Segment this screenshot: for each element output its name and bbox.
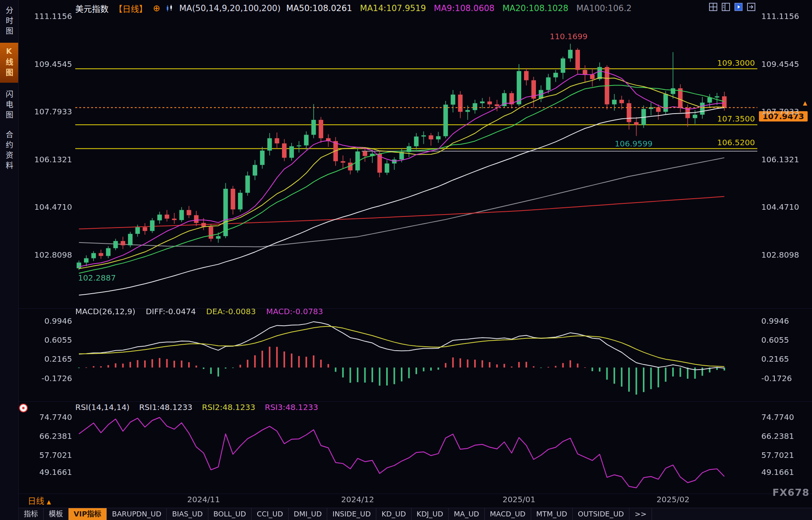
period-selector[interactable]: 日线▲	[28, 494, 51, 506]
ma-legend-ma20: MA20:108.1028	[502, 4, 568, 13]
period-selector-label: 日线	[28, 496, 44, 506]
main-y-label-left: 107.7933	[20, 107, 72, 116]
rsi-y-label-left: 49.1661	[20, 467, 72, 477]
x-axis-label: 2025/01	[495, 495, 543, 504]
main-y-label-left: 109.4545	[20, 59, 72, 69]
toolbar-tab-ma-ud[interactable]: MA_UD	[449, 508, 485, 520]
swing-low-start-label: 102.2887	[78, 273, 116, 283]
toolbar-tab-barupdn-ud[interactable]: BARUPDN_UD	[107, 508, 167, 520]
hline-price-label: 106.5200	[676, 138, 755, 147]
toolbar-tab-cci-ud[interactable]: CCI_UD	[252, 508, 288, 520]
main-y-label-left: 104.4710	[20, 202, 72, 212]
ma-legend-ma100: MA100:106.2	[576, 4, 632, 13]
macd-title: MACD(26,12,9)	[75, 307, 135, 316]
sidebar-item-label: 合约资料	[4, 131, 15, 172]
window-controls	[708, 2, 756, 12]
toolbar-tab-dmi-ud[interactable]: DMI_UD	[289, 508, 328, 520]
layout-export-icon[interactable]	[746, 2, 756, 12]
main-y-label-right: 102.8098	[761, 250, 799, 260]
rsi1-value: RSI1:48.1233	[139, 402, 193, 412]
toolbar-tab-kd-ud[interactable]: KD_UD	[376, 508, 412, 520]
sidebar-item-contract-info[interactable]: 合约资料	[0, 127, 18, 176]
toolbar-tab-indicators[interactable]: 指标	[19, 508, 44, 520]
rsi-header: RSI(14,14,14) RSI1:48.1233 RSI2:48.1233 …	[75, 402, 318, 412]
main-chart-canvas[interactable]	[75, 16, 757, 307]
layout-grid-icon[interactable]	[708, 2, 718, 12]
overlay-add-icon[interactable]: ⊕	[153, 4, 160, 12]
macd-panel-canvas[interactable]	[75, 317, 757, 400]
sidebar-item-label: 分时图	[4, 6, 15, 37]
main-y-label-right: 106.1321	[761, 155, 799, 164]
macd-y-label-right: -0.1726	[761, 374, 792, 383]
chart-header: 美元指数 【日线】 ⊕ MA(50,14,9,20,100,200) MA50:…	[75, 2, 632, 14]
rsi-y-label-right: 74.7740	[761, 412, 794, 422]
sidebar-item-timeshare-chart[interactable]: 分时图	[0, 2, 18, 41]
recent-low-label: 106.9599	[615, 139, 652, 148]
toolbar-tab-boll-ud[interactable]: BOLL_UD	[208, 508, 252, 520]
toolbar-tab-mtm-ud[interactable]: MTM_UD	[531, 508, 573, 520]
sidebar-item-lightning-chart[interactable]: 闪电图	[0, 86, 18, 125]
macd-y-label-right: 0.2165	[761, 354, 789, 364]
toolbar-tab-more[interactable]: >>	[629, 508, 652, 520]
main-y-label-right: 104.4710	[761, 202, 799, 212]
macd-dea-value: DEA:-0.0083	[206, 307, 256, 316]
main-y-label-right: 111.1156	[761, 11, 799, 21]
left-sidebar: 分时图 K线图 闪电图 合约资料	[0, 0, 19, 520]
toolbar-tab-inside-ud[interactable]: INSIDE_UD	[327, 508, 376, 520]
rsi3-value: RSI3:48.1233	[265, 402, 318, 412]
ma-legend: MA50:108.0261MA14:107.9519MA9:108.0608MA…	[286, 4, 631, 13]
period-tag: 【日线】	[114, 2, 147, 14]
macd-y-label-right: 0.9946	[761, 316, 789, 326]
rsi-y-label-left: 66.2381	[20, 431, 72, 441]
main-y-label-left: 111.1156	[20, 11, 72, 21]
current-price-tag: 107.9473	[759, 111, 808, 121]
toolbar-tab-templates[interactable]: 模板	[44, 508, 69, 520]
toolbar-tab-kdj-ud[interactable]: KDJ_UD	[412, 508, 449, 520]
rsi-title: RSI(14,14,14)	[75, 402, 130, 412]
kline-chart-icon[interactable]	[166, 4, 173, 12]
x-axis-label: 2024/12	[334, 495, 381, 504]
hline-price-label: 107.3500	[676, 114, 755, 123]
hline-price-label: 109.3000	[676, 58, 755, 68]
ma-legend-ma50: MA50:108.0261	[286, 4, 352, 13]
trading-terminal: 分时图 K线图 闪电图 合约资料 美元指数 【日线】 ⊕ MA(50,14,9,…	[0, 0, 812, 520]
main-y-label-right: 109.4545	[761, 59, 799, 69]
main-y-label-left: 106.1321	[20, 155, 72, 164]
toolbar-tab-vip-indicators[interactable]: VIP指标	[69, 508, 107, 520]
panel-divider	[18, 493, 812, 494]
macd-y-label-left: 0.2165	[20, 354, 72, 364]
rsi-panel-canvas[interactable]	[75, 414, 757, 493]
sidebar-item-label: 闪电图	[4, 90, 15, 121]
rsi-y-label-right: 66.2381	[761, 431, 794, 441]
toolbar-tab-outside-ud[interactable]: OUTSIDE_UD	[573, 508, 629, 520]
price-up-arrow-icon: ▲	[803, 100, 807, 106]
panel-divider	[18, 401, 812, 402]
main-y-label-left: 102.8098	[20, 250, 72, 260]
toolbar-tab-bias-ud[interactable]: BIAS_UD	[167, 508, 208, 520]
macd-header: MACD(26,12,9) DIFF:-0.0474 DEA:-0.0083 M…	[75, 306, 323, 317]
x-axis-label: 2025/02	[649, 495, 697, 504]
macd-y-label-left: -0.1726	[20, 374, 72, 383]
rsi-y-label-left: 74.7740	[20, 412, 72, 422]
macd-y-label-right: 0.6055	[761, 335, 789, 345]
macd-diff-value: DIFF:-0.0474	[146, 307, 196, 316]
toolbar-tab-macd-ud[interactable]: MACD_UD	[485, 508, 531, 520]
rsi-y-label-right: 49.1661	[761, 467, 794, 477]
watermark: FX678	[772, 487, 810, 498]
macd-y-label-left: 0.6055	[20, 335, 72, 345]
rsi2-value: RSI2:48.1233	[202, 402, 255, 412]
macd-macd-value: MACD:-0.0783	[266, 307, 323, 316]
sidebar-item-kline-chart[interactable]: K线图	[0, 43, 18, 83]
layout-split-icon[interactable]	[721, 2, 731, 12]
ma-legend-ma14: MA14:107.9519	[360, 4, 426, 13]
rsi-y-label-left: 57.7021	[20, 450, 72, 460]
layout-play-icon[interactable]	[734, 2, 743, 12]
chevron-up-icon: ▲	[47, 499, 51, 505]
sidebar-item-label: K线图	[4, 47, 15, 79]
swing-high-label: 110.1699	[550, 32, 587, 41]
rsi-y-label-right: 57.7021	[761, 450, 794, 460]
bottom-toolbar: 指标模板VIP指标BARUPDN_UDBIAS_UDBOLL_UDCCI_UDD…	[19, 508, 812, 520]
ma-group-label: MA(50,14,9,20,100,200)	[179, 4, 280, 13]
macd-y-label-left: 0.9946	[20, 316, 72, 326]
rsi-alert-icon[interactable]	[19, 404, 28, 412]
